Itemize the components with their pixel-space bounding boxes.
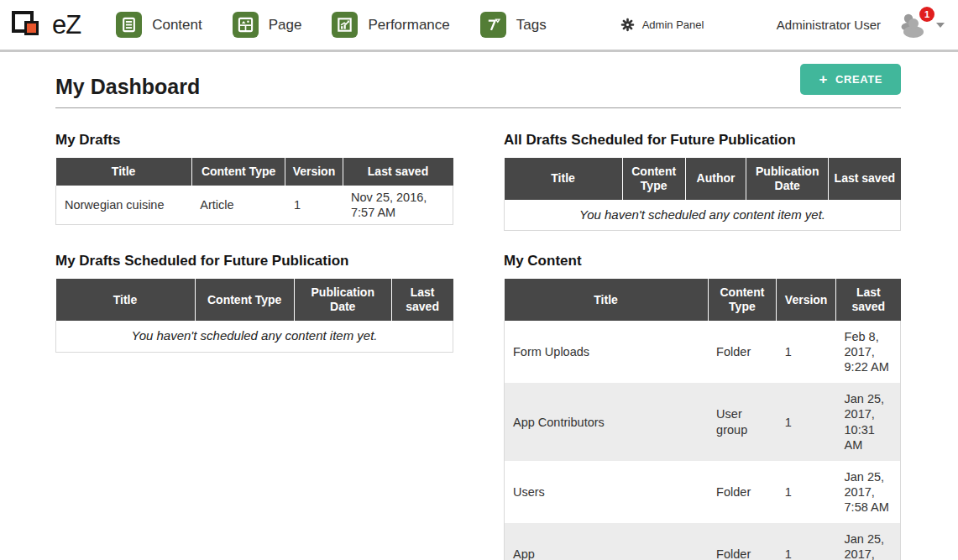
column-header: Last saved xyxy=(391,279,453,321)
column-header: Title xyxy=(56,158,192,186)
column-header: Content Type xyxy=(708,279,777,321)
main-nav: Content Page xyxy=(116,12,547,38)
user-avatar[interactable]: 1 xyxy=(898,12,928,39)
section-my-content: My Content Title Content Type Version La… xyxy=(504,253,901,560)
column-header: Publication Date xyxy=(746,158,829,200)
cell-version: 1 xyxy=(777,461,836,523)
empty-state-message: You haven't scheduled any content item y… xyxy=(505,200,901,231)
my-drafts-scheduled-heading: My Drafts Scheduled for Future Publicati… xyxy=(55,253,453,270)
gear-icon xyxy=(620,18,635,32)
column-header: Last saved xyxy=(829,158,901,200)
page-icon xyxy=(233,12,259,38)
nav-label-tags: Tags xyxy=(516,17,547,34)
create-button[interactable]: + CREATE xyxy=(800,64,901,95)
notification-badge: 1 xyxy=(919,7,934,22)
table-row[interactable]: Form Uploads Folder 1 Feb 8, 2017, 9:22 … xyxy=(505,321,901,383)
nav-item-performance[interactable]: Performance xyxy=(332,12,449,38)
cell-content-type: Folder xyxy=(708,523,777,560)
table-header-row: Title Content Type Author Publication Da… xyxy=(505,158,901,200)
admin-panel-label: Admin Panel xyxy=(642,18,704,31)
admin-panel-button[interactable]: Admin Panel xyxy=(620,18,704,32)
cell-content-type: Folder xyxy=(708,461,777,523)
column-header: Content Type xyxy=(191,158,285,186)
cell-title: Norwegian cuisine xyxy=(56,186,192,225)
my-drafts-table: Title Content Type Version Last saved No… xyxy=(55,158,453,225)
column-header: Version xyxy=(285,158,343,186)
cell-title: App xyxy=(505,523,709,560)
cell-version: 1 xyxy=(285,186,343,225)
table-header-row: Title Content Type Publication Date Last… xyxy=(56,279,453,321)
table-row[interactable]: App Folder 1 Jan 25, 2017, 7:55 AM xyxy=(505,523,901,560)
cell-version: 1 xyxy=(777,383,836,461)
chevron-down-icon[interactable] xyxy=(936,23,945,28)
column-header: Title xyxy=(505,158,623,200)
plus-icon: + xyxy=(819,74,828,85)
column-header: Publication Date xyxy=(294,279,391,321)
cell-last-saved: Feb 8, 2017, 9:22 AM xyxy=(836,321,901,383)
cell-content-type: User group xyxy=(708,383,777,461)
empty-state-row: You haven't scheduled any content item y… xyxy=(56,321,453,352)
table-row[interactable]: App Contributors User group 1 Jan 25, 20… xyxy=(505,383,901,461)
column-header: Author xyxy=(685,158,746,200)
cell-last-saved: Jan 25, 2017, 7:55 AM xyxy=(836,523,901,560)
my-content-heading: My Content xyxy=(504,253,901,270)
my-drafts-heading: My Drafts xyxy=(55,132,453,149)
create-button-label: CREATE xyxy=(835,73,882,86)
cell-title: App Contributors xyxy=(505,383,709,461)
cell-version: 1 xyxy=(777,321,836,383)
empty-state-row: You haven't scheduled any content item y… xyxy=(505,200,901,231)
section-my-drafts: My Drafts Title Content Type Version Las… xyxy=(55,132,453,231)
my-drafts-scheduled-table: Title Content Type Publication Date Last… xyxy=(55,279,453,352)
column-header: Version xyxy=(777,279,836,321)
page-title: My Dashboard xyxy=(55,75,200,99)
ez-logo[interactable]: eZ xyxy=(12,8,81,43)
cell-title: Users xyxy=(505,461,709,523)
column-header: Last saved xyxy=(836,279,901,321)
cell-title: Form Uploads xyxy=(505,321,709,383)
column-header: Content Type xyxy=(622,158,685,200)
nav-label-content: Content xyxy=(152,17,202,34)
user-name: Administrator User xyxy=(777,18,881,32)
dashboard-page: My Dashboard + CREATE My Drafts Title Co… xyxy=(0,52,958,560)
all-drafts-scheduled-table: Title Content Type Author Publication Da… xyxy=(504,158,901,231)
section-my-drafts-scheduled: My Drafts Scheduled for Future Publicati… xyxy=(55,253,453,560)
logo-orange-square xyxy=(24,21,39,35)
cell-version: 1 xyxy=(777,523,836,560)
performance-icon xyxy=(332,12,358,38)
cell-last-saved: Jan 25, 2017, 7:58 AM xyxy=(836,461,901,523)
empty-state-message: You haven't scheduled any content item y… xyxy=(56,321,453,352)
cell-last-saved: Nov 25, 2016, 7:57 AM xyxy=(343,186,453,225)
ez-logo-icon xyxy=(12,8,50,43)
column-header: Title xyxy=(505,279,709,321)
content-icon xyxy=(116,12,142,38)
ez-logo-text: eZ xyxy=(52,10,81,40)
top-navbar: eZ Content xyxy=(0,0,958,52)
section-all-drafts-scheduled: All Drafts Scheduled for Future Publicat… xyxy=(504,132,901,231)
table-row[interactable]: Users Folder 1 Jan 25, 2017, 7:58 AM xyxy=(505,461,901,523)
column-header: Content Type xyxy=(195,279,294,321)
table-row[interactable]: Norwegian cuisine Article 1 Nov 25, 2016… xyxy=(56,186,453,225)
tags-icon xyxy=(480,12,506,38)
all-drafts-scheduled-heading: All Drafts Scheduled for Future Publicat… xyxy=(504,132,901,149)
user-area: Administrator User 1 xyxy=(777,12,945,39)
cell-last-saved: Jan 25, 2017, 10:31 AM xyxy=(836,383,901,461)
nav-item-content[interactable]: Content xyxy=(116,12,202,38)
column-header: Last saved xyxy=(343,158,453,186)
dashboard-grid: My Drafts Title Content Type Version Las… xyxy=(55,132,901,560)
my-content-table: Title Content Type Version Last saved Fo… xyxy=(504,279,901,560)
column-header: Title xyxy=(56,279,196,321)
nav-label-page: Page xyxy=(269,17,302,34)
nav-label-performance: Performance xyxy=(368,17,449,34)
nav-item-tags[interactable]: Tags xyxy=(480,12,547,38)
nav-item-page[interactable]: Page xyxy=(233,12,302,38)
cell-content-type: Article xyxy=(191,186,285,225)
cell-content-type: Folder xyxy=(708,321,777,383)
table-header-row: Title Content Type Version Last saved xyxy=(56,158,453,186)
table-header-row: Title Content Type Version Last saved xyxy=(505,279,901,321)
page-header: My Dashboard + CREATE xyxy=(55,64,901,108)
